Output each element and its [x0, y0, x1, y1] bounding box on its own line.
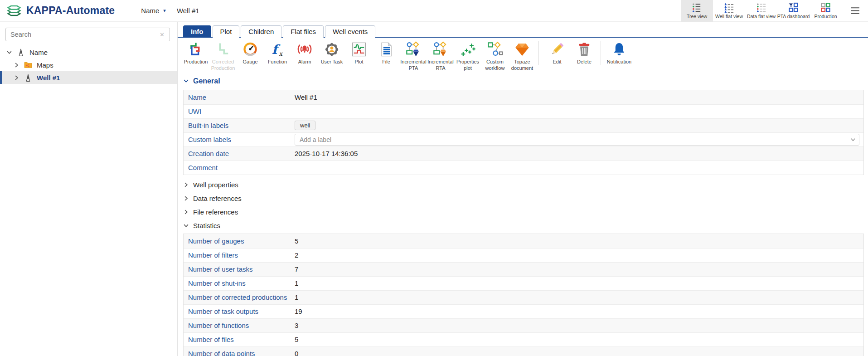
- tree-item-label: Name: [29, 49, 48, 56]
- view-button-label: Data flat view: [747, 14, 776, 19]
- derrick-icon: [16, 48, 25, 57]
- toolbar-button-plot[interactable]: Plot: [345, 40, 373, 65]
- statistic-row: Number of shut-ins1: [184, 276, 863, 290]
- tab-children[interactable]: Children: [241, 25, 281, 38]
- view-button-pta-dashboard[interactable]: PTA dashboard: [777, 0, 810, 22]
- view-button-label: Production: [814, 14, 837, 19]
- data-flat-view-icon: [756, 2, 766, 13]
- toolbar-button-incremental-rta[interactable]: Incremental RTA: [427, 40, 454, 72]
- search-box: ✕: [5, 28, 170, 41]
- toolbar-button-file[interactable]: File: [373, 40, 400, 65]
- chevron-right-icon[interactable]: [14, 62, 19, 68]
- svg-text:x: x: [279, 50, 283, 57]
- topaze-document-icon: [514, 40, 530, 59]
- context-dropdown-label: Name: [141, 7, 159, 15]
- tab-info[interactable]: Info: [183, 25, 211, 38]
- chevron-right-icon[interactable]: [14, 75, 19, 81]
- section-header-well-properties[interactable]: Well properties: [183, 181, 864, 189]
- chevron-right-icon: [183, 182, 189, 188]
- statistic-value: 19: [295, 307, 302, 315]
- custom-labels-input-wrap: [295, 134, 859, 146]
- toolbar-button-alarm[interactable]: Alarm: [291, 40, 318, 65]
- sidebar-item-well-1[interactable]: Well #1: [0, 71, 177, 84]
- statistic-value: 5: [295, 336, 298, 343]
- sidebar-item-maps[interactable]: Maps: [0, 59, 177, 71]
- statistic-row: Number of task outputs19: [184, 304, 863, 318]
- property-label: Built-in labels: [184, 122, 295, 129]
- toolbar-button-topaze-document[interactable]: Topaze document: [509, 40, 536, 72]
- chevron-down-icon[interactable]: [6, 49, 12, 55]
- section-header-statistics[interactable]: Statistics: [183, 222, 864, 229]
- view-button-label: PTA dashboard: [777, 14, 810, 19]
- property-label: Custom labels: [184, 136, 295, 143]
- add-label-input[interactable]: [295, 134, 859, 146]
- view-button-production[interactable]: Production: [810, 0, 842, 22]
- section-title: Well properties: [193, 181, 238, 189]
- toolbar-button-edit[interactable]: Edit: [543, 40, 571, 65]
- property-label: Creation date: [184, 150, 295, 157]
- view-button-label: Tree view: [687, 14, 707, 19]
- navigation-tree: NameMapsWell #1: [0, 46, 177, 84]
- clear-search-icon[interactable]: ✕: [160, 31, 170, 38]
- notification-icon: [611, 40, 627, 59]
- statistic-row: Number of gauges5: [184, 234, 863, 248]
- content: General NameWell #1UWIBuilt-in labelswel…: [178, 72, 868, 356]
- toolbar-button-label: Edit: [553, 59, 562, 65]
- tab-flat-files[interactable]: Flat files: [283, 25, 324, 38]
- dropdown-chevron-icon[interactable]: [850, 137, 856, 142]
- toolbar-button-user-task[interactable]: User Task: [318, 40, 345, 65]
- statistic-label: Number of corrected productions: [184, 293, 295, 301]
- section-header-data-references[interactable]: Data references: [183, 195, 864, 202]
- alarm-icon: [296, 40, 313, 59]
- statistic-value: 2: [295, 251, 298, 259]
- tab-well-events[interactable]: Well events: [325, 25, 375, 38]
- user-task-icon: [324, 40, 340, 59]
- statistic-label: Number of user tasks: [184, 265, 295, 273]
- chevron-right-icon: [183, 195, 189, 201]
- search-input[interactable]: [6, 31, 160, 38]
- toolbar-button-production[interactable]: Production: [182, 40, 209, 65]
- section-title: Statistics: [193, 222, 220, 229]
- toolbar-button-properties-plot[interactable]: Properties plot: [454, 40, 481, 72]
- toolbar-button-gauge[interactable]: Gauge: [237, 40, 264, 65]
- toolbar-button-label: File: [382, 59, 390, 65]
- kappa-logo: [5, 2, 23, 20]
- sidebar-item-name[interactable]: Name: [0, 46, 177, 59]
- view-switcher: Tree viewWell flat viewData flat viewPTA…: [681, 0, 842, 22]
- breadcrumb: Name ▾ Well #1: [141, 7, 199, 15]
- context-dropdown[interactable]: Name ▾: [141, 7, 166, 15]
- toolbar-button-function[interactable]: fxFunction: [264, 40, 291, 65]
- toolbar-button-delete[interactable]: Delete: [571, 40, 598, 65]
- property-row: UWI: [184, 104, 863, 118]
- view-button-label: Well flat view: [715, 14, 743, 19]
- view-button-tree-view[interactable]: Tree view: [681, 0, 713, 22]
- toolbar-button-custom-workflow[interactable]: Custom workflow: [481, 40, 509, 72]
- toolbar-button-label: Gauge: [242, 59, 257, 65]
- corrected-production-icon: [215, 40, 231, 59]
- section-title: File references: [193, 208, 238, 216]
- section-title: General: [193, 77, 220, 85]
- toolbar-button-notification[interactable]: Notification: [606, 40, 633, 65]
- delete-icon: [576, 40, 592, 59]
- toolbar-button-incremental-pta[interactable]: Incremental PTA: [400, 40, 427, 72]
- chevron-down-icon: [183, 223, 189, 229]
- view-button-data-flat-view[interactable]: Data flat view: [745, 0, 777, 22]
- tab-plot[interactable]: Plot: [213, 25, 240, 38]
- production-view-icon: [820, 2, 831, 13]
- function-icon: fx: [269, 40, 286, 59]
- statistic-row: Number of user tasks7: [184, 262, 863, 276]
- property-value: 2025-10-17 14:36:05: [295, 150, 358, 157]
- tab-bar: InfoPlotChildrenFlat filesWell events: [178, 22, 868, 38]
- statistic-value: 0: [295, 350, 298, 356]
- toolbar: ProductionCorrected ProductionGaugefxFun…: [178, 38, 868, 72]
- collapsed-sections: Well propertiesData referencesFile refer…: [183, 181, 864, 216]
- kappa-automate-app: KAPPA-Automate Name ▾ Well #1 Tree viewW…: [0, 0, 868, 356]
- section-header-file-references[interactable]: File references: [183, 208, 864, 216]
- menu-button[interactable]: [842, 5, 868, 16]
- property-label: Comment: [184, 164, 295, 171]
- general-table: NameWell #1UWIBuilt-in labelswellCustom …: [183, 90, 864, 175]
- breadcrumb-item: Well #1: [177, 7, 199, 15]
- section-header-general[interactable]: General: [183, 77, 864, 85]
- statistics-table: Number of gauges5Number of filters2Numbe…: [183, 234, 864, 356]
- view-button-well-flat-view[interactable]: Well flat view: [713, 0, 745, 22]
